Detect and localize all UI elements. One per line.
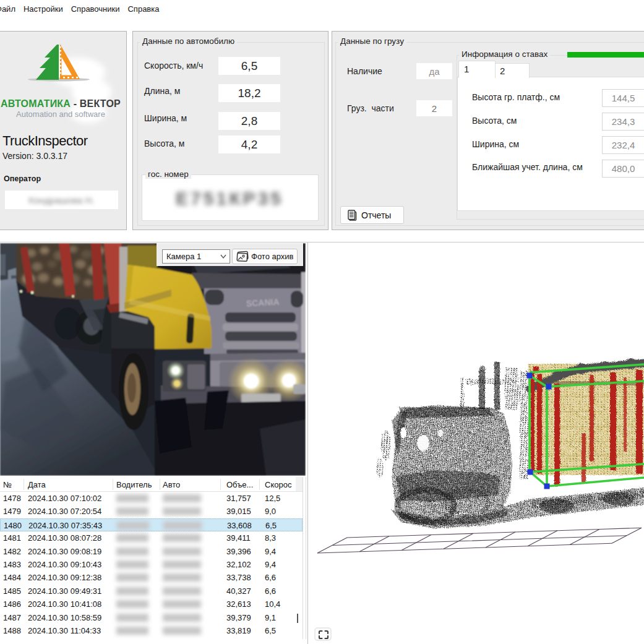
svg-text:SCANIA: SCANIA	[246, 297, 280, 309]
